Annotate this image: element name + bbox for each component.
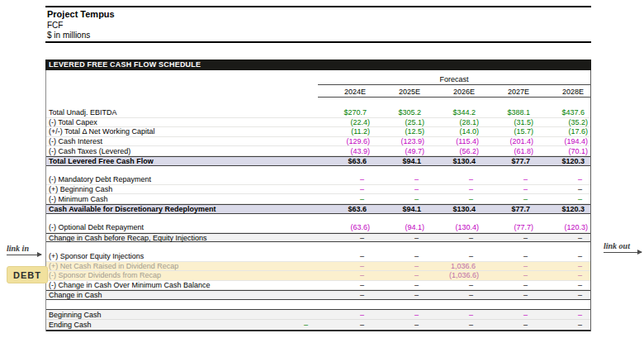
cell-value[interactable]: – [318, 311, 372, 319]
row-label[interactable]: (-) Cash Taxes (Levered) [46, 147, 318, 155]
cell-value[interactable]: (56.2) [427, 147, 481, 155]
cell-value[interactable]: $94.1 [372, 157, 427, 165]
cell-value[interactable]: – [536, 262, 590, 270]
cell-value[interactable]: $130.4 [427, 157, 481, 165]
cell-value[interactable]: – [372, 234, 427, 242]
cell-value[interactable]: – [481, 234, 536, 242]
cell-value[interactable]: (61.8) [481, 147, 536, 155]
cell-value[interactable]: – [481, 271, 536, 279]
cell-value[interactable]: – [318, 262, 372, 270]
cell-value[interactable]: – [318, 291, 372, 299]
cell-value[interactable]: $344.2 [427, 108, 481, 117]
cell-value[interactable]: (77.7) [481, 223, 536, 231]
check-cell[interactable]: – [304, 321, 318, 329]
cell-value[interactable]: – [372, 281, 427, 289]
cell-value[interactable]: – [481, 281, 536, 289]
cell-value[interactable]: (15.7) [481, 127, 536, 136]
cell-value[interactable]: (194.4) [536, 137, 590, 145]
row-label[interactable]: Ending Cash– [46, 321, 318, 329]
column-header[interactable]: 2028E [536, 88, 590, 97]
cell-value[interactable]: (31.5) [481, 118, 536, 126]
link-in[interactable]: link in [7, 244, 41, 255]
cell-value[interactable]: – [536, 252, 590, 260]
cell-value[interactable]: – [318, 234, 372, 242]
cell-value[interactable]: – [372, 185, 427, 193]
row-label[interactable]: (-) Sponsor Dividends from Recap [46, 271, 318, 279]
cell-value[interactable]: – [536, 271, 590, 279]
cell-value[interactable]: (14.0) [427, 127, 481, 136]
cell-value[interactable]: (11.2) [318, 127, 372, 136]
cell-value[interactable]: – [427, 311, 481, 319]
cell-value[interactable]: – [427, 185, 481, 193]
cell-value[interactable]: $305.2 [372, 108, 427, 117]
cell-value[interactable]: $388.1 [481, 108, 536, 117]
cell-value[interactable]: (12.5) [372, 127, 427, 136]
cell-value[interactable]: – [372, 252, 427, 260]
cell-value[interactable]: (63.6) [318, 223, 372, 231]
cell-value[interactable]: – [536, 195, 590, 203]
cell-value[interactable]: – [481, 185, 536, 193]
cell-value[interactable]: – [481, 195, 536, 203]
cell-value[interactable]: – [536, 175, 590, 183]
column-header[interactable]: 2026E [427, 88, 481, 97]
cell-value[interactable]: $130.4 [427, 205, 481, 213]
cell-value[interactable]: – [427, 252, 481, 260]
cell-value[interactable]: 1,036.6 [427, 262, 481, 270]
cell-value[interactable]: – [481, 252, 536, 260]
cell-value[interactable]: – [427, 195, 481, 203]
row-label[interactable]: Change in Cash [46, 291, 318, 299]
cell-value[interactable]: (17.6) [536, 127, 590, 136]
cell-value[interactable]: (129.6) [318, 137, 372, 145]
cell-value[interactable]: (123.9) [372, 137, 427, 145]
cell-value[interactable]: $437.6 [536, 108, 590, 117]
cell-value[interactable]: – [536, 281, 590, 289]
link-out[interactable]: link out [604, 241, 642, 253]
row-label[interactable]: (-) Mandatory Debt Repayment [46, 175, 318, 183]
cell-value[interactable]: – [536, 185, 590, 193]
row-label[interactable]: (-) Optional Debt Repayment [46, 223, 318, 231]
cell-value[interactable]: – [372, 311, 427, 319]
cell-value[interactable]: (28.1) [427, 118, 481, 126]
cell-value[interactable]: – [481, 262, 536, 270]
cell-value[interactable]: – [318, 321, 372, 329]
cell-value[interactable]: – [536, 291, 590, 299]
cell-value[interactable]: – [427, 291, 481, 299]
cell-value[interactable]: – [318, 195, 372, 203]
cell-value[interactable]: (35.2) [536, 118, 590, 126]
row-label[interactable]: Beginning Cash [46, 311, 318, 319]
cell-value[interactable]: – [372, 271, 427, 279]
cell-value[interactable]: (70.1) [536, 147, 590, 155]
cell-value[interactable]: (94.1) [372, 223, 427, 231]
cell-value[interactable]: – [481, 311, 536, 319]
row-label[interactable]: Cash Available for Discretionary Redeplo… [46, 205, 318, 213]
cell-value[interactable]: – [372, 321, 427, 329]
cell-value[interactable]: $63.6 [318, 157, 372, 165]
cell-value[interactable]: – [536, 321, 590, 329]
cell-value[interactable]: – [427, 281, 481, 289]
column-header[interactable]: 2025E [372, 88, 427, 97]
cell-value[interactable]: $77.7 [481, 157, 536, 165]
row-label[interactable]: (-) Change in Cash Over Minimum Cash Bal… [46, 281, 318, 289]
cell-value[interactable]: – [372, 175, 427, 183]
cell-value[interactable]: $120.3 [536, 205, 590, 213]
cell-value[interactable]: – [481, 175, 536, 183]
cell-value[interactable]: – [372, 195, 427, 203]
row-label[interactable]: Total Unadj. EBITDA [46, 108, 318, 117]
cell-value[interactable]: – [481, 291, 536, 299]
cell-value[interactable]: – [536, 234, 590, 242]
debt-button[interactable]: DEBT [7, 266, 48, 283]
row-label[interactable]: (-) Minimum Cash [46, 195, 318, 203]
cell-value[interactable]: – [372, 262, 427, 270]
row-label[interactable]: Total Levered Free Cash Flow [46, 157, 318, 165]
row-label[interactable]: (+/-) Total Δ Net Working Capital [46, 127, 318, 136]
cell-value[interactable]: – [318, 281, 372, 289]
cell-value[interactable]: – [427, 321, 481, 329]
cell-value[interactable]: (120.3) [536, 223, 590, 231]
cell-value[interactable]: – [372, 291, 427, 299]
cell-value[interactable]: $270.7 [318, 108, 372, 117]
cell-value[interactable]: (25.1) [372, 118, 427, 126]
cell-value[interactable]: (22.4) [318, 118, 372, 126]
cell-value[interactable]: (201.4) [481, 137, 536, 145]
cell-value[interactable]: – [427, 234, 481, 242]
cell-value[interactable]: – [318, 271, 372, 279]
